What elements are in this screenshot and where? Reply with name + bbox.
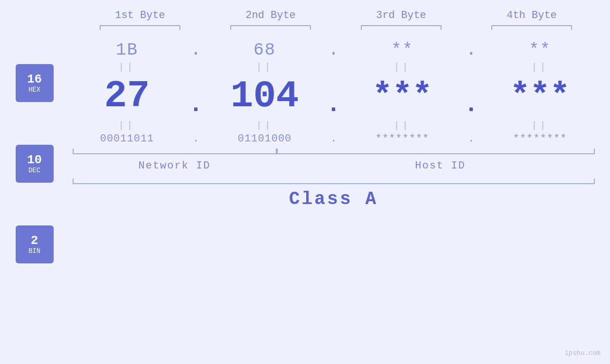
eq2-b2: || [215, 120, 315, 131]
host-id-label: Host ID [286, 160, 595, 172]
dec-b4: *** [490, 80, 590, 113]
byte4-bracket-top [491, 25, 572, 26]
dec-b1: 27 [77, 77, 177, 115]
dec-dot2: . [324, 91, 343, 118]
bin-b4: ******** [490, 133, 590, 145]
eq1-b1: || [77, 62, 177, 73]
hex-badge: 16 HEX [16, 64, 54, 102]
byte4-header: 4th Byte [479, 9, 584, 21]
hex-dot3: . [462, 40, 481, 60]
bin-b1: 00011011 [77, 133, 177, 145]
data-rows-col: 1B . 68 . ** . ** [63, 36, 604, 263]
dec-dot3: . [462, 91, 481, 118]
bin-dot1: . [187, 133, 206, 145]
byte3-bracket-top [361, 25, 441, 26]
eq2-b4: || [490, 120, 590, 131]
class-label: Class A [63, 189, 604, 209]
hex-b4: ** [490, 40, 590, 60]
hex-badge-label: HEX [28, 86, 40, 93]
bin-b2: 01101000 [215, 133, 315, 145]
eq2-b1: || [77, 120, 177, 131]
network-id-bracket [73, 149, 277, 154]
hex-badge-number: 16 [27, 73, 42, 86]
bin-row: 00011011 . 01101000 . ******** . [63, 133, 604, 145]
bin-badge: 2 BIN [16, 225, 54, 263]
dec-dot1: . [187, 91, 206, 118]
equals-row-2: || || || || [63, 120, 604, 131]
bin-b3: ******** [353, 133, 452, 145]
outer-bracket [73, 178, 595, 184]
host-id-bracket [277, 149, 595, 154]
bin-dot2: . [324, 133, 343, 145]
hex-dot2: . [324, 40, 343, 60]
hex-b3: ** [353, 40, 452, 60]
hex-dot1: . [187, 40, 206, 60]
byte2-bracket-top [230, 25, 311, 26]
hex-row: 1B . 68 . ** . ** [63, 40, 604, 60]
eq1-b4: || [490, 62, 590, 73]
dec-badge-number: 10 [27, 153, 42, 167]
byte1-bracket-top [100, 25, 180, 26]
data-section: 16 HEX 10 DEC 2 BIN 1B . [6, 36, 604, 263]
dec-badge-label: DEC [28, 167, 40, 174]
watermark: ipshu.com [564, 349, 601, 357]
network-id-label: Network ID [73, 160, 277, 172]
eq2-b3: || [353, 120, 452, 131]
byte3-header: 3rd Byte [349, 9, 453, 21]
hex-b1: 1B [77, 40, 177, 60]
eq1-b2: || [215, 62, 315, 73]
byte2-header: 2nd Byte [218, 9, 323, 21]
hex-b2: 68 [215, 40, 315, 60]
bin-dot3: . [462, 133, 481, 145]
dec-row: 27 . 104 . *** . *** [63, 75, 604, 118]
bin-badge-label: BIN [28, 247, 40, 255]
dec-badge: 10 DEC [16, 145, 54, 183]
eq1-b3: || [353, 62, 452, 73]
dec-b3: *** [353, 80, 452, 113]
equals-row-1: || || || || [63, 62, 604, 73]
main-container: 1st Byte 2nd Byte 3rd Byte 4th Byte 16 H… [0, 0, 610, 364]
dec-b2: 104 [215, 77, 315, 115]
byte1-header: 1st Byte [88, 9, 192, 21]
bin-badge-number: 2 [31, 234, 38, 248]
base-badges-col: 16 HEX 10 DEC 2 BIN [6, 36, 63, 263]
